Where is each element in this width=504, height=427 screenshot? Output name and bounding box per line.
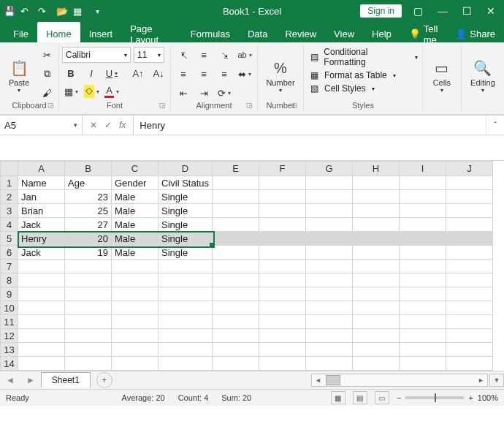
cell[interactable]: 27 (65, 218, 112, 232)
cell[interactable] (446, 343, 493, 357)
cell[interactable] (400, 204, 446, 218)
collapse-formula-bar-icon[interactable]: ˆ (486, 116, 504, 135)
fx-icon[interactable]: fx (119, 120, 126, 130)
redo-icon[interactable]: ↷ (39, 6, 50, 16)
cell[interactable] (259, 176, 306, 190)
cell[interactable] (353, 190, 400, 204)
cell[interactable]: Single (159, 246, 213, 260)
cell[interactable]: Jack (18, 218, 65, 232)
maximize-icon[interactable]: ☐ (462, 5, 472, 17)
cell-styles-button[interactable]: ▧Cell Styles▾ (308, 83, 418, 94)
cell[interactable] (400, 301, 446, 315)
cell[interactable] (353, 232, 400, 246)
row-header[interactable]: 1 (1, 176, 18, 190)
align-center-button[interactable]: ≡ (195, 66, 213, 82)
minimize-icon[interactable]: ― (438, 5, 448, 17)
cell[interactable]: Single (159, 218, 213, 232)
align-right-button[interactable]: ≡ (215, 66, 233, 82)
open-icon[interactable]: 📂 (57, 6, 67, 16)
cell[interactable]: Age (65, 176, 112, 190)
cell[interactable] (400, 357, 446, 371)
pagebreak-view-icon[interactable]: ▭ (375, 391, 389, 404)
column-header[interactable]: F (259, 162, 306, 176)
cell[interactable] (259, 232, 306, 246)
cell[interactable] (112, 343, 159, 357)
align-middle-button[interactable]: ≡ (195, 47, 213, 63)
font-size-input[interactable]: 11▾ (134, 47, 164, 63)
cell[interactable] (353, 287, 400, 301)
borders-button[interactable]: ▦ (62, 83, 80, 99)
tab-insert[interactable]: Insert (80, 22, 122, 42)
cell[interactable]: Male (112, 190, 159, 204)
cell[interactable] (213, 329, 259, 343)
insert-table-icon[interactable]: ▦ (75, 6, 85, 16)
cell[interactable] (306, 190, 353, 204)
cell[interactable] (213, 357, 259, 371)
row-header[interactable]: 13 (1, 343, 18, 357)
cell[interactable] (400, 190, 446, 204)
cancel-formula-icon[interactable]: ✕ (90, 120, 97, 130)
cell[interactable] (400, 329, 446, 343)
row-header[interactable]: 2 (1, 190, 18, 204)
cell[interactable]: Male (112, 232, 159, 246)
cell[interactable] (306, 218, 353, 232)
column-header[interactable]: J (446, 162, 493, 176)
cell[interactable] (400, 176, 446, 190)
sheet-tab[interactable]: Sheet1 (41, 372, 91, 388)
row-header[interactable]: 3 (1, 204, 18, 218)
column-header[interactable]: E (213, 162, 259, 176)
cell[interactable]: Gender (112, 176, 159, 190)
wrap-text-button[interactable]: ab (236, 47, 253, 63)
cell[interactable]: Jack (18, 246, 65, 260)
fill-handle[interactable] (210, 243, 214, 247)
cell[interactable]: Male (112, 246, 159, 260)
row-header[interactable]: 4 (1, 218, 18, 232)
cell[interactable] (159, 287, 213, 301)
shrink-font-button[interactable]: A↓ (150, 65, 167, 81)
underline-button[interactable]: U (103, 65, 121, 81)
qat-more-icon[interactable]: ▾ (92, 6, 102, 16)
tab-review[interactable]: Review (276, 22, 325, 42)
cells-button[interactable]: ▭Cells▾ (426, 45, 458, 94)
cell[interactable] (446, 204, 493, 218)
formula-bar[interactable]: Henry (134, 116, 486, 135)
cell[interactable] (259, 329, 306, 343)
cell[interactable] (353, 218, 400, 232)
ribbon-options-icon[interactable]: ▢ (413, 5, 423, 17)
italic-button[interactable]: I (83, 65, 100, 81)
cell[interactable] (446, 232, 493, 246)
cell[interactable] (259, 273, 306, 287)
cell[interactable] (259, 218, 306, 232)
worksheet-grid[interactable]: ABCDEFGHIJ1NameAgeGenderCivil Status2Jan… (0, 161, 504, 371)
tab-help[interactable]: Help (363, 22, 400, 42)
align-bottom-button[interactable]: ⭸ (215, 47, 233, 63)
select-all-button[interactable] (1, 162, 18, 176)
cell[interactable] (159, 273, 213, 287)
cell[interactable] (213, 218, 259, 232)
vertical-scroll-down-icon[interactable]: ▼ (489, 374, 504, 387)
sheet-nav-prev-icon[interactable]: ◄ (0, 375, 20, 385)
cell[interactable]: Single (159, 204, 213, 218)
orientation-button[interactable]: ⟳ (215, 85, 233, 101)
cell[interactable]: Jan (18, 190, 65, 204)
tab-view[interactable]: View (325, 22, 363, 42)
font-launcher-icon[interactable]: ◲ (159, 102, 166, 109)
cell[interactable]: 23 (65, 190, 112, 204)
cell[interactable] (446, 260, 493, 273)
grow-font-button[interactable]: A↑ (129, 65, 147, 81)
paste-button[interactable]: 📋 Paste▾ (3, 45, 35, 94)
cell[interactable] (213, 204, 259, 218)
cell[interactable] (213, 273, 259, 287)
format-as-table-button[interactable]: ▦Format as Table▾ (308, 70, 418, 80)
row-header[interactable]: 9 (1, 287, 18, 301)
cell[interactable] (400, 287, 446, 301)
cell[interactable] (306, 315, 353, 329)
cell[interactable] (353, 343, 400, 357)
cell[interactable] (65, 287, 112, 301)
cell[interactable] (112, 357, 159, 371)
cell[interactable] (18, 329, 65, 343)
cell[interactable] (213, 315, 259, 329)
cell[interactable] (306, 232, 353, 246)
cell[interactable] (446, 301, 493, 315)
column-header[interactable]: H (353, 162, 400, 176)
